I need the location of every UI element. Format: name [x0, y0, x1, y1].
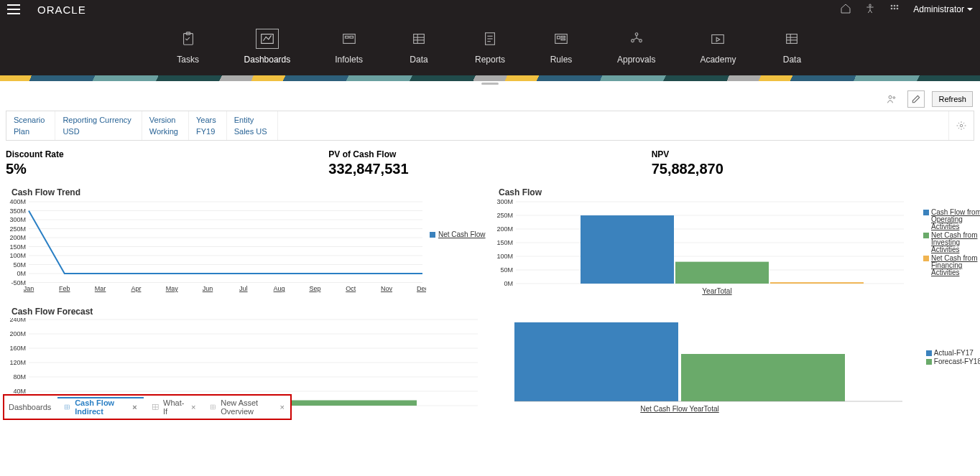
pov-entity[interactable]: EntitySales US: [227, 111, 278, 140]
svg-rect-85: [770, 282, 864, 284]
svg-text:250M: 250M: [496, 212, 513, 219]
svg-rect-13: [414, 34, 425, 44]
svg-text:Jan: Jan: [24, 285, 34, 292]
pov-version[interactable]: VersionWorking: [142, 111, 189, 140]
svg-rect-105: [681, 354, 845, 401]
svg-rect-83: [581, 215, 674, 284]
svg-text:300M: 300M: [496, 199, 513, 205]
chart-cash-flow: Cash Flow Cash Flow from Operating Activ…: [493, 187, 980, 302]
svg-text:350M: 350M: [9, 207, 26, 215]
svg-text:120M: 120M: [9, 359, 26, 366]
svg-text:250M: 250M: [9, 225, 26, 233]
svg-text:Jun: Jun: [203, 285, 213, 292]
chart-net-cash-flow-forecast: Actual-FY17 Forecast-FY18 Net Cash Flow …: [493, 307, 980, 414]
nav-rules[interactable]: Rules: [550, 29, 573, 65]
tab-cash-flow-indirect[interactable]: Cash Flow Indirect ×: [64, 398, 138, 416]
tab-dashboards-root[interactable]: Dashboards: [9, 403, 51, 411]
svg-point-34: [889, 95, 892, 98]
svg-text:Feb: Feb: [59, 285, 70, 292]
svg-text:Dec: Dec: [417, 285, 426, 292]
svg-marker-29: [717, 37, 721, 42]
svg-rect-30: [787, 34, 798, 44]
svg-text:0M: 0M: [504, 280, 513, 287]
kpi-npv: NPV 75,882,870: [652, 149, 974, 177]
action-row: Refresh: [0, 86, 980, 111]
svg-rect-28: [712, 35, 724, 44]
svg-text:400M: 400M: [9, 199, 26, 205]
pov-bar: ScenarioPlan Reporting CurrencyUSD Versi…: [6, 111, 974, 141]
bottom-tabs: Dashboards Cash Flow Indirect × What-If …: [3, 394, 292, 420]
approvals-icon[interactable]: [883, 90, 900, 108]
svg-point-27: [639, 39, 642, 42]
caret-down-icon: [967, 8, 973, 11]
svg-text:100M: 100M: [9, 252, 26, 259]
svg-text:50M: 50M: [500, 266, 513, 274]
tab-what-if[interactable]: What-If ×: [152, 398, 198, 416]
accessibility-icon[interactable]: [864, 3, 876, 17]
user-menu[interactable]: Administrator: [913, 4, 973, 14]
svg-point-25: [635, 33, 638, 36]
close-tab-icon[interactable]: ×: [279, 403, 286, 411]
chart-cash-flow-legend: Cash Flow from Operating Activities Net …: [923, 209, 980, 278]
nav-infolets[interactable]: Infolets: [335, 29, 363, 65]
svg-rect-23: [561, 36, 565, 37]
nav-approvals[interactable]: Approvals: [617, 29, 655, 65]
svg-point-2: [894, 4, 896, 6]
svg-point-4: [891, 7, 893, 9]
svg-text:200M: 200M: [9, 234, 26, 241]
svg-text:50M: 50M: [13, 261, 26, 269]
nav-dashboards[interactable]: Dashboards: [244, 29, 291, 65]
svg-text:160M: 160M: [9, 345, 26, 352]
chart-svg: Net Cash Flow YearTotal: [493, 307, 917, 414]
legend-net-cash-flow[interactable]: Net Cash Flow: [430, 230, 486, 238]
user-label: Administrator: [913, 4, 964, 14]
svg-rect-11: [345, 36, 348, 38]
svg-point-6: [897, 7, 899, 9]
svg-rect-9: [262, 34, 274, 44]
svg-text:Apr: Apr: [131, 285, 141, 292]
svg-text:150M: 150M: [496, 239, 513, 246]
svg-point-26: [631, 39, 634, 42]
svg-point-1: [891, 4, 893, 6]
svg-point-5: [894, 7, 896, 9]
nav-reports[interactable]: Reports: [475, 29, 505, 65]
svg-text:200M: 200M: [9, 330, 26, 337]
nav-strip: Tasks Dashboards Infolets Data Reports R…: [0, 19, 980, 65]
oracle-logo: ORACLE: [37, 4, 86, 16]
svg-rect-12: [350, 36, 353, 38]
pov-years[interactable]: YearsFY19: [189, 111, 227, 140]
svg-rect-84: [675, 262, 769, 284]
pov-settings-icon[interactable]: [948, 111, 974, 140]
kpi-pv-cash-flow: PV of Cash Flow 332,847,531: [328, 149, 651, 177]
svg-text:Sep: Sep: [309, 285, 320, 292]
close-tab-icon[interactable]: ×: [131, 403, 138, 411]
svg-text:240M: 240M: [9, 318, 26, 323]
chart-svg: 300M 250M 200M 150M 100M 50M 0M YearTota…: [493, 199, 917, 299]
refresh-button[interactable]: Refresh: [932, 91, 973, 107]
svg-rect-104: [514, 322, 678, 401]
svg-rect-24: [561, 39, 565, 40]
svg-text:Aug: Aug: [274, 285, 285, 292]
svg-rect-10: [343, 34, 355, 44]
nav-tasks[interactable]: Tasks: [177, 29, 200, 65]
collapse-handle[interactable]: [0, 81, 980, 86]
menu-icon[interactable]: [7, 4, 20, 14]
svg-text:200M: 200M: [496, 225, 513, 233]
edit-icon[interactable]: [907, 90, 925, 108]
chart-cash-flow-trend: Cash Flow Trend Net Cash Flow 400M 350M …: [6, 187, 487, 302]
svg-text:0M: 0M: [17, 270, 26, 277]
svg-point-3: [897, 4, 899, 6]
pov-currency[interactable]: Reporting CurrencyUSD: [55, 111, 142, 140]
nav-data-2[interactable]: Data: [780, 29, 803, 65]
tab-new-asset-overview[interactable]: New Asset Overview ×: [210, 398, 286, 416]
svg-text:150M: 150M: [9, 243, 26, 251]
nav-academy[interactable]: Academy: [700, 29, 736, 65]
svg-point-35: [893, 97, 895, 99]
svg-text:Oct: Oct: [346, 285, 356, 292]
pov-scenario[interactable]: ScenarioPlan: [6, 111, 55, 140]
home-icon[interactable]: [840, 3, 851, 17]
close-tab-icon[interactable]: ×: [190, 403, 197, 411]
apps-icon[interactable]: [889, 3, 900, 17]
chart-svg: 400M 350M 300M 250M 200M 150M 100M 50M 0…: [6, 199, 426, 299]
nav-data-1[interactable]: Data: [407, 29, 430, 65]
